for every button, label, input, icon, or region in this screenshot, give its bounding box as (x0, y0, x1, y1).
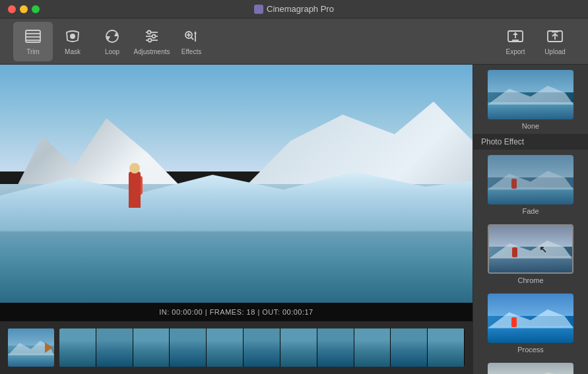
photo-effect-header: Photo Effect (473, 134, 588, 150)
frame-11 (428, 328, 465, 367)
effects-label: Effects (181, 48, 201, 55)
sky-polaroid (488, 363, 573, 374)
frame-3 (133, 328, 170, 367)
water-fade (488, 187, 573, 204)
video-area[interactable] (0, 65, 473, 303)
person-process (511, 317, 517, 327)
adjustments-tool[interactable]: Adjustments (132, 22, 172, 61)
frame-1 (59, 328, 96, 367)
process-label: Process (517, 346, 544, 354)
fade-label: Fade (522, 207, 539, 215)
close-button[interactable] (8, 5, 16, 13)
loop-tool[interactable]: Loop (92, 22, 132, 61)
effect-chrome-item: ↖ Chrome (473, 219, 588, 288)
water-process (488, 326, 573, 343)
effect-polaroid-item (473, 358, 588, 374)
timeline-strip[interactable] (59, 328, 465, 367)
sky-fade (488, 155, 573, 177)
effects-icon (182, 27, 201, 46)
cursor-chrome: ↖ (539, 244, 547, 255)
loop-icon (103, 27, 121, 46)
process-thumb-image (488, 294, 573, 343)
person (118, 148, 151, 208)
person-fade (511, 179, 517, 189)
body (129, 171, 141, 208)
adjustments-label: Adjustments (133, 48, 170, 55)
svg-point-9 (152, 35, 156, 38)
upload-button[interactable]: Upload (535, 22, 575, 61)
effect-fade-thumbnail[interactable] (488, 155, 573, 204)
timeline-thumbnail[interactable] (8, 328, 54, 367)
toolbar-right: Export Upload (496, 22, 575, 61)
water-chrome (489, 256, 572, 272)
effect-process-item: Process (473, 288, 588, 358)
left-panel: IN: 00:00:00 | FRAMES: 18 | OUT: 00:00:1… (0, 65, 473, 374)
video-info-bar: IN: 00:00:00 | FRAMES: 18 | OUT: 00:00:1… (0, 303, 473, 321)
export-label: Export (506, 48, 525, 55)
adjustments-icon (143, 27, 161, 46)
window-title: Cinemagraph Pro (254, 4, 334, 14)
svg-line-13 (191, 38, 193, 40)
svg-point-10 (148, 39, 152, 42)
head (129, 163, 140, 173)
upload-label: Upload (544, 48, 566, 55)
loop-label: Loop (105, 48, 119, 55)
toolbar-tools: Trim Mask Loop (13, 22, 211, 61)
title-bar: Cinemagraph Pro (0, 0, 588, 18)
chrome-label: Chrome (517, 276, 543, 284)
maximize-button[interactable] (32, 5, 40, 13)
timeline-marker (45, 342, 53, 353)
frame-4 (170, 328, 207, 367)
export-icon (506, 27, 525, 46)
main-content: IN: 00:00:00 | FRAMES: 18 | OUT: 00:00:1… (0, 65, 588, 374)
frame-6 (244, 328, 280, 367)
sky-chrome (489, 226, 572, 247)
toolbar: Trim Mask Loop (0, 18, 588, 65)
timeline-area (0, 321, 473, 374)
mask-icon (63, 27, 82, 46)
effect-none-thumbnail[interactable] (488, 70, 573, 119)
frame-8 (317, 328, 354, 367)
effects-tool[interactable]: Effects (172, 22, 211, 61)
frame-2 (96, 328, 133, 367)
frame-9 (354, 328, 391, 367)
effect-none-item: None (473, 65, 588, 134)
svg-point-4 (70, 34, 75, 39)
none-label: None (522, 122, 539, 130)
water-none (488, 102, 573, 119)
sky-none (488, 70, 573, 92)
mask-label: Mask (65, 48, 81, 55)
effects-panel[interactable]: None Photo Effect Fade (473, 65, 588, 374)
person-chrome (512, 247, 517, 257)
frame-7 (280, 328, 317, 367)
none-thumb-image (488, 70, 573, 119)
minimize-button[interactable] (20, 5, 28, 13)
app-icon (254, 5, 263, 14)
fade-thumb-image (488, 155, 573, 204)
effect-process-thumbnail[interactable] (488, 294, 573, 343)
effect-chrome-thumbnail[interactable]: ↖ (488, 224, 573, 274)
frame-5 (207, 328, 244, 367)
trim-label: Trim (26, 48, 40, 55)
thumb-water (8, 354, 54, 367)
export-button[interactable]: Export (496, 22, 535, 61)
trim-icon (24, 27, 42, 46)
mask-tool[interactable]: Mask (53, 22, 92, 61)
traffic-lights (8, 5, 40, 13)
frame-10 (391, 328, 428, 367)
effect-polaroid-thumbnail[interactable] (488, 363, 573, 374)
upload-icon (546, 27, 564, 46)
effect-fade-item: Fade (473, 150, 588, 219)
sky-process (488, 294, 573, 316)
video-canvas (0, 65, 473, 303)
trim-tool[interactable]: Trim (13, 22, 53, 61)
chrome-thumb-image: ↖ (489, 226, 572, 272)
svg-point-8 (148, 31, 151, 34)
polaroid-thumb-image (488, 363, 573, 374)
